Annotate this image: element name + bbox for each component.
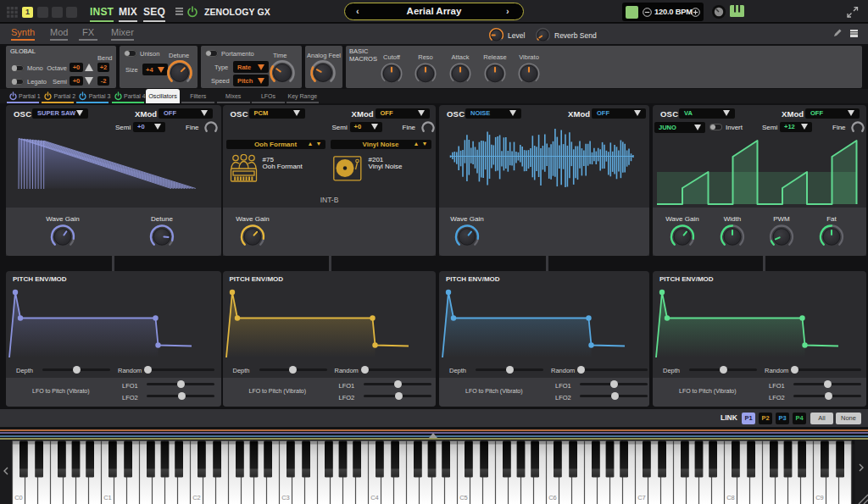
svg-text:C2: C2 <box>192 494 201 501</box>
svg-text:C1: C1 <box>103 494 112 501</box>
svg-text:C3: C3 <box>281 494 290 501</box>
svg-text:C0: C0 <box>14 494 23 501</box>
svg-text:C4: C4 <box>370 494 379 501</box>
svg-text:C9: C9 <box>815 494 824 501</box>
svg-text:C5: C5 <box>459 494 468 501</box>
svg-text:C7: C7 <box>637 494 646 501</box>
svg-text:C6: C6 <box>548 494 557 501</box>
svg-text:C8: C8 <box>726 494 735 501</box>
